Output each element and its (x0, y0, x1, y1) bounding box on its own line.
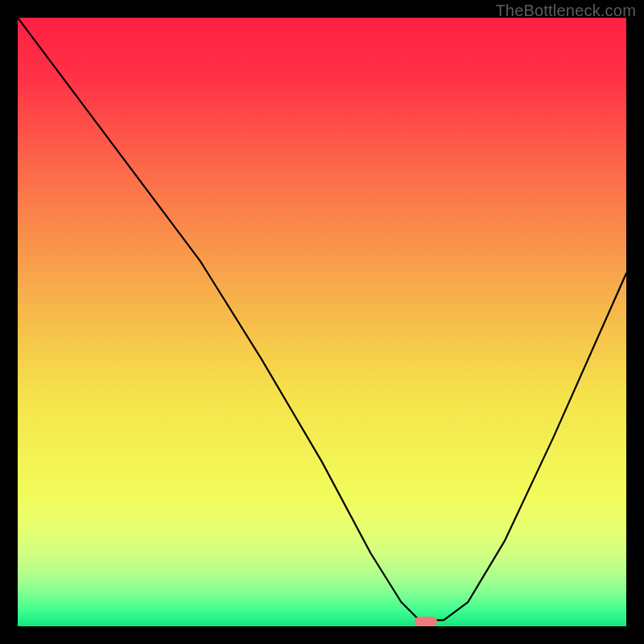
optimal-marker (415, 617, 437, 626)
bottleneck-curve (18, 18, 626, 626)
plot-area (18, 18, 626, 626)
chart-frame: TheBottleneck.com (0, 0, 644, 644)
watermark-text: TheBottleneck.com (495, 2, 636, 20)
